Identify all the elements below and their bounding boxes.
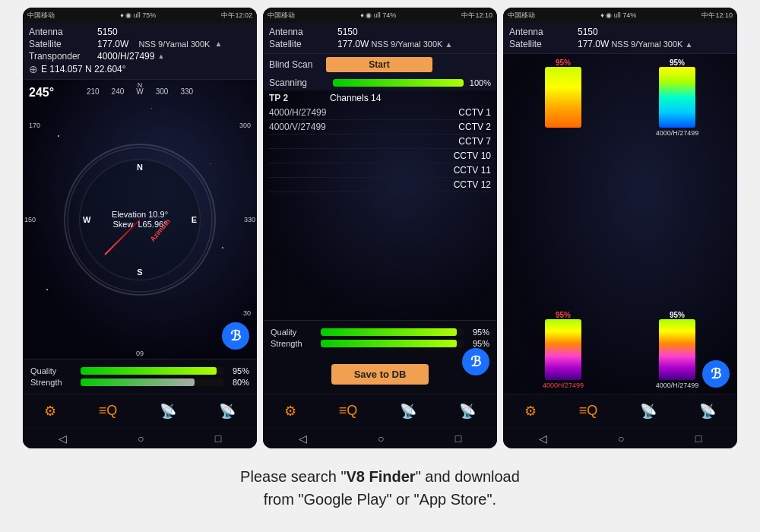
strength-label-1: Strength bbox=[30, 378, 76, 387]
bar-label-bl: 4000H/27499 bbox=[543, 382, 584, 389]
compass-n: N bbox=[137, 163, 143, 172]
carrier-2: 中国移动 bbox=[268, 11, 295, 21]
status-icons-3: ♦ ◉ ull 74% bbox=[600, 11, 636, 19]
sys-home-3[interactable]: ○ bbox=[618, 432, 624, 445]
transponder-value-1: 4000/H/27499 bbox=[97, 51, 154, 62]
scan-progress-fill bbox=[333, 79, 464, 87]
ch-right-2: CCTV 7 bbox=[458, 136, 491, 147]
status-icons-1: ♦ ◉ ull 75% bbox=[120, 11, 156, 19]
location-value-1: E 114.057 N 22.604° bbox=[41, 64, 126, 74]
degree-display-1: 245° bbox=[29, 86, 54, 100]
quality-pct-1: 95% bbox=[228, 366, 249, 375]
nav-settings-3[interactable]: ⚙ bbox=[524, 403, 537, 420]
ch-right-4: CCTV 11 bbox=[454, 165, 491, 176]
sys-back-2[interactable]: ◁ bbox=[299, 432, 307, 445]
carrier-1: 中国移动 bbox=[27, 11, 55, 21]
quality-label-1: Quality bbox=[30, 366, 76, 375]
bluetooth-btn-1[interactable]: ℬ bbox=[222, 322, 249, 350]
strength-pct-1: 80% bbox=[228, 378, 249, 387]
blind-scan-button[interactable]: Start bbox=[326, 57, 432, 72]
bar-pct-tr: 95% bbox=[670, 59, 685, 67]
channel-row-1: 4000/V/27499 CCTV 2 bbox=[269, 120, 491, 135]
nav-search-3[interactable]: ≡Q bbox=[579, 403, 598, 419]
bar-label-br: 4000/H/27499 bbox=[656, 382, 699, 389]
tp-value: Channels 14 bbox=[330, 93, 381, 103]
nav-search-2[interactable]: ≡Q bbox=[339, 403, 358, 419]
nav-dish-1[interactable]: 📡 bbox=[219, 403, 236, 420]
strength-bar-2 bbox=[321, 340, 464, 347]
time-3: 中午12:10 bbox=[701, 11, 733, 21]
deg-30: 30 bbox=[243, 309, 251, 317]
nav-dish-2[interactable]: 📡 bbox=[459, 403, 476, 420]
scan-section: TP 2 Channels 14 4000/H/27499 CCTV 1 400… bbox=[263, 90, 497, 320]
quality-fill-2 bbox=[321, 328, 457, 336]
screen3-phone: 中国移动 ♦ ◉ ull 74% 中午12:10 Antenna 5150 Sa… bbox=[503, 8, 737, 448]
ch-right-3: CCTV 10 bbox=[454, 150, 491, 161]
bluetooth-btn-3[interactable]: ℬ bbox=[702, 360, 730, 388]
bar-label-tr: 4000/H/27499 bbox=[656, 129, 699, 137]
strength-pct-2: 95% bbox=[468, 339, 489, 348]
bottom-nav-2: ⚙ ≡Q 📡 📡 bbox=[263, 394, 497, 427]
compass-w: W bbox=[83, 215, 90, 224]
tp-label: TP 2 bbox=[269, 93, 330, 103]
nav-satellite-1[interactable]: 📡 bbox=[160, 403, 176, 420]
screen1-phone: 中国移动 ♦ ◉ ull 75% 中午12:02 Antenna 5150 Sa… bbox=[23, 8, 257, 448]
channel-row-0: 4000/H/27499 CCTV 1 bbox=[269, 106, 491, 120]
bluetooth-btn-2[interactable]: ℬ bbox=[462, 348, 489, 375]
scanning-label: Scanning bbox=[269, 78, 330, 88]
nav-settings-2[interactable]: ⚙ bbox=[284, 403, 296, 420]
arrow-right-1: ▲ bbox=[157, 52, 164, 60]
compass-area-1: 245° 210240W300330 // ticks will be gene… bbox=[23, 80, 257, 359]
sys-home-1[interactable]: ○ bbox=[138, 432, 144, 445]
deg-09: 09 bbox=[136, 350, 144, 357]
blind-scan-row: Blind Scan Start bbox=[263, 54, 497, 75]
sys-back-3[interactable]: ◁ bbox=[539, 432, 547, 445]
sys-back-1[interactable]: ◁ bbox=[59, 432, 67, 445]
blind-scan-label: Blind Scan bbox=[269, 59, 326, 70]
bar-pct-tl: 95% bbox=[556, 59, 571, 67]
quality-row-1: Quality 95% bbox=[30, 366, 249, 375]
compass-e: E bbox=[192, 215, 197, 224]
sys-recent-1[interactable]: □ bbox=[215, 432, 221, 445]
compass-ring-1: // ticks will be generated in JS below N… bbox=[64, 144, 216, 296]
scanning-row: Scanning 100% bbox=[263, 75, 497, 90]
strength-fill-1 bbox=[81, 378, 195, 386]
deg-top: N bbox=[138, 81, 143, 89]
strength-row-2: Strength 95% bbox=[271, 339, 489, 348]
app-name: V8 Finder bbox=[347, 468, 416, 485]
channel-row-5: CCTV 12 bbox=[269, 178, 491, 192]
quality-bar-1 bbox=[81, 367, 223, 375]
footer-line2: from "Google Play" or "App Store". bbox=[264, 491, 496, 508]
time-2: 中午12:10 bbox=[461, 11, 492, 21]
satellite-label-3: Satellite bbox=[509, 39, 578, 49]
bottom-nav-3: ⚙ ≡Q 📡 📡 bbox=[503, 394, 737, 427]
satellite-value-1: 177.0W bbox=[97, 39, 128, 49]
sys-recent-3[interactable]: □ bbox=[695, 432, 701, 445]
sys-home-2[interactable]: ○ bbox=[378, 432, 384, 445]
bar-pct-br: 95% bbox=[670, 311, 685, 319]
save-to-db-button[interactable]: Save to DB bbox=[331, 364, 429, 385]
bar-vbar-tr bbox=[659, 67, 695, 128]
bars-grid: 95% 95% 4000/H/27499 95% 4000H/27499 bbox=[503, 54, 737, 394]
transponder-label-1: Transponder bbox=[29, 51, 97, 62]
nav-settings-1[interactable]: ⚙ bbox=[44, 403, 56, 420]
satellite-value-3: 177.0W bbox=[578, 39, 609, 49]
strength-bar-1 bbox=[81, 378, 223, 386]
channel-row-3: CCTV 10 bbox=[269, 149, 491, 163]
bar-vbar-br bbox=[659, 319, 695, 380]
sys-recent-2[interactable]: □ bbox=[455, 432, 461, 445]
nav-search-1[interactable]: ≡Q bbox=[99, 403, 118, 419]
bar-vbar-bl bbox=[545, 319, 581, 380]
nav-satellite-3[interactable]: 📡 bbox=[640, 403, 657, 420]
nav-satellite-2[interactable]: 📡 bbox=[400, 403, 416, 420]
footer-line1: Please search "V8 Finder" and download bbox=[240, 468, 520, 485]
strength-fill-2 bbox=[321, 340, 457, 347]
nav-dish-3[interactable]: 📡 bbox=[699, 403, 716, 420]
system-nav-1: ◁ ○ □ bbox=[23, 427, 257, 448]
quality-label-2: Quality bbox=[271, 328, 316, 337]
bottom-nav-1: ⚙ ≡Q 📡 📡 bbox=[23, 394, 257, 427]
scan-pct: 100% bbox=[467, 78, 491, 87]
info-section-3: Antenna 5150 Satellite 177.0W NSS 9/Yama… bbox=[503, 23, 737, 54]
signal-section-2: Quality 95% Strength 95% bbox=[263, 320, 497, 355]
time-1: 中午12:02 bbox=[221, 11, 252, 21]
